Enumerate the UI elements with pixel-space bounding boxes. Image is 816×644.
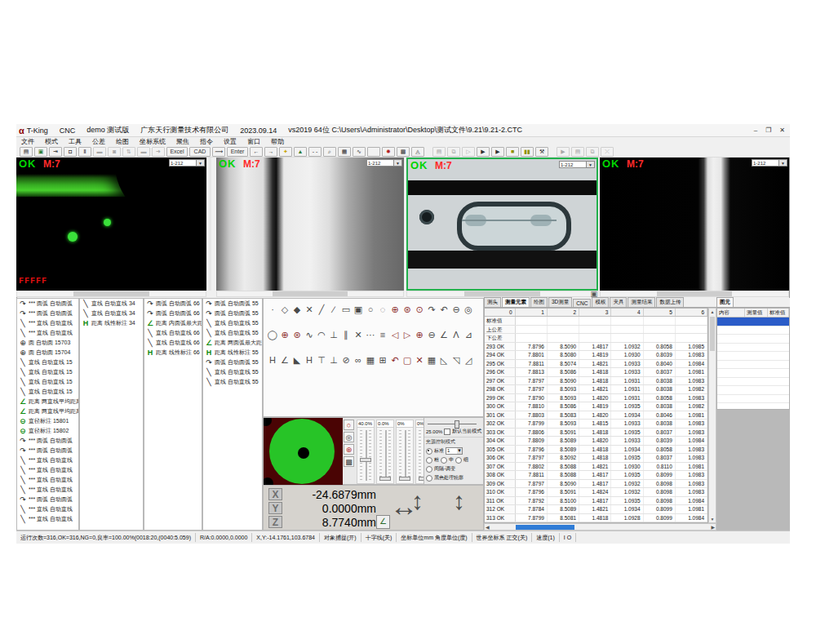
list-item[interactable]: ╲*** 直线 自动直线 <box>17 328 78 338</box>
measure-tool-icon[interactable]: ◎ <box>463 304 474 315</box>
measure-tool-icon[interactable]: ⊖ <box>450 304 462 315</box>
setup-button[interactable]: ⚒ <box>535 147 548 157</box>
measure-tool-icon[interactable]: ◇ <box>279 304 290 315</box>
list-item[interactable]: ↷*** 圆弧 自动圆弧 <box>17 446 78 455</box>
elements-row[interactable] <box>717 395 789 404</box>
wave-button[interactable]: ∿ <box>353 147 366 157</box>
menu-item-3[interactable]: 公差 <box>92 137 105 146</box>
scroll-right-icon[interactable]: ▶ <box>711 524 715 531</box>
measure-tool-icon[interactable]: ∠ <box>279 354 290 366</box>
measure-tool-icon[interactable]: ⊛ <box>401 304 413 315</box>
menu-item-10[interactable]: 帮助 <box>271 137 284 146</box>
chevron-down-icon[interactable]: ▼ <box>779 159 787 167</box>
dither-button[interactable]: ▩ <box>397 147 410 157</box>
tab-测头[interactable]: 测头 <box>484 297 501 307</box>
table-row[interactable]: 297 OK7.87978.50901.48181.09310.80381.09… <box>485 377 707 386</box>
table-row[interactable]: 312 OK7.87848.50891.48211.09340.80991.09… <box>485 505 707 514</box>
stop-button[interactable]: ■ <box>506 147 519 157</box>
probe-button[interactable]: ◘ <box>64 147 77 157</box>
y-jog-arrow[interactable]: ↕ <box>411 487 424 515</box>
list-item[interactable]: ⊖直径标注 15802 <box>17 426 78 436</box>
tab-CNC[interactable]: CNC <box>573 299 591 307</box>
arrow-left-button[interactable]: ← <box>250 147 263 157</box>
elements-row[interactable] <box>717 361 789 370</box>
star-button[interactable]: ✹ <box>382 147 395 157</box>
run-button[interactable]: ▶ <box>477 147 490 157</box>
close-button[interactable]: ✕ <box>779 127 785 134</box>
measure-tool-icon[interactable]: ⊕ <box>389 304 401 315</box>
zoom-select[interactable]: 1-212 <box>169 159 197 167</box>
pause-button[interactable]: ▮▮ <box>521 147 534 157</box>
table-row[interactable]: 295 OK7.88118.50741.48211.09330.80401.09… <box>485 360 707 369</box>
updown-tool-button[interactable]: ⇅ <box>122 147 135 157</box>
measure-tool-icon[interactable]: ⊖ <box>426 329 437 340</box>
list-item[interactable]: ╲*** 直线 自动直线 <box>17 465 78 475</box>
elements-row[interactable] <box>717 378 789 387</box>
minimize-button[interactable]: – <box>754 127 757 134</box>
measure-tool-icon[interactable]: ◠ <box>316 329 327 340</box>
table-row[interactable]: 310 OK7.87968.50911.48241.09320.80981.09… <box>485 488 707 497</box>
z-jog-arrow[interactable]: ↕ <box>453 487 465 515</box>
minus-minus-button[interactable]: - - <box>308 147 322 157</box>
camera-view-2[interactable]: OK M:7 1-212▼ <box>216 158 404 291</box>
chevron-down-icon[interactable]: ▼ <box>197 159 205 167</box>
table-row[interactable]: 313 OK7.87998.50811.48181.09280.80991.09… <box>485 514 707 523</box>
stage-move-button[interactable]: ⇥ <box>49 147 62 157</box>
tab-elements[interactable]: 图元 <box>716 297 734 307</box>
elements-row[interactable] <box>717 335 789 344</box>
measure-tool-icon[interactable]: ◣ <box>291 354 303 366</box>
measure-tool-icon[interactable]: ▣ <box>353 304 364 315</box>
clamp-tool-button[interactable]: ◙ <box>108 147 121 157</box>
ring-all-button[interactable]: ◎ <box>344 432 354 442</box>
save-button[interactable]: ▤ <box>20 147 33 157</box>
measure-tool-icon[interactable]: ▦ <box>426 354 437 366</box>
list-item[interactable]: ╲直线 自动直线 55 <box>203 318 262 328</box>
measure-tool-icon[interactable]: ∞ <box>353 354 364 366</box>
hscroll-thumb[interactable] <box>516 525 574 530</box>
enter-button[interactable]: Enter <box>227 147 248 157</box>
menu-item-2[interactable]: 工具 <box>69 137 82 146</box>
camera-view-1[interactable]: OK M:7 FFFFF 1-212▼ <box>16 158 206 291</box>
measure-tool-icon[interactable]: ▢ <box>401 354 413 366</box>
measure-tool-icon[interactable]: ⋯ <box>365 329 376 340</box>
ring-light-preview[interactable] <box>264 418 343 486</box>
measure-tool-icon[interactable]: ▷ <box>401 329 413 340</box>
measure-tool-icon[interactable]: ≡ <box>377 329 388 340</box>
list-item[interactable]: ⊕圆 自动圆 15704 <box>17 348 78 358</box>
radio-interval[interactable] <box>426 466 432 473</box>
excel-export-button[interactable]: Excel <box>166 147 188 157</box>
measure-tool-icon[interactable]: ▭ <box>340 304 352 315</box>
ring-pattern-button[interactable]: ▩ <box>344 456 354 467</box>
xy-jog-arrows[interactable]: ↔↕ <box>390 492 418 520</box>
menu-item-1[interactable]: 模式 <box>45 137 58 146</box>
radio-coarse[interactable] <box>426 457 432 464</box>
list-item[interactable]: ╲*** 直线 自动直线 <box>17 475 78 485</box>
list-item[interactable]: ↷圆弧 自动圆弧 66 <box>144 299 202 309</box>
measure-tool-icon[interactable]: ◹ <box>450 354 462 366</box>
zoom-select[interactable]: 1-212 <box>559 161 587 168</box>
master-light-slider[interactable] <box>428 420 477 427</box>
measure-tool-icon[interactable]: Λ <box>450 329 462 340</box>
default-mode-checkbox[interactable] <box>444 429 450 435</box>
light-bulb-button[interactable]: ✦ <box>279 147 292 157</box>
list-item[interactable]: ╲直线 自动直线 15 <box>17 377 78 387</box>
measure-tool-icon[interactable]: ◺ <box>438 354 450 366</box>
image-view-button[interactable]: ▲ <box>294 147 307 157</box>
table-row[interactable]: 293 OK7.87968.50901.48171.09320.80581.09… <box>485 343 707 352</box>
chevron-down-icon[interactable]: ▼ <box>587 161 595 168</box>
measure-tool-icon[interactable]: · <box>267 304 278 315</box>
open-folder-button[interactable]: ▣ <box>34 147 47 157</box>
menu-item-8[interactable]: 设置 <box>224 137 237 146</box>
elements-row[interactable] <box>717 369 789 378</box>
ring-segment-button[interactable]: ⊛ <box>344 444 354 455</box>
measure-tool-icon[interactable]: ◿ <box>463 354 474 366</box>
list-item[interactable]: ╲直线 自动直线 55 <box>203 328 262 338</box>
list-item[interactable]: ╲直线 自动直线 66 <box>144 338 202 348</box>
tool-disabled-1[interactable]: ▬ <box>93 147 106 157</box>
list-item[interactable]: ⊖直径标注 15801 <box>17 416 78 426</box>
play-right-button[interactable]: ▶ <box>557 147 570 157</box>
list-item[interactable]: ╲*** 直线 自动直线 <box>17 514 78 524</box>
elements-row[interactable] <box>717 386 789 395</box>
list-item[interactable]: ↷圆弧 自动圆弧 66 <box>144 309 202 318</box>
list-item[interactable]: ↷*** 圆弧 自动圆弧 <box>17 436 78 446</box>
